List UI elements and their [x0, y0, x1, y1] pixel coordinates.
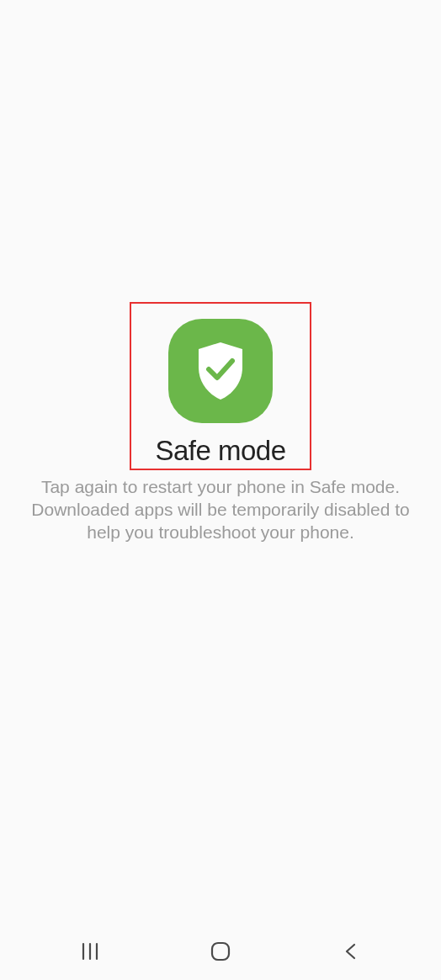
safe-mode-description: Tap again to restart your phone in Safe …: [0, 470, 441, 544]
safe-mode-screen: Safe mode Tap again to restart your phon…: [0, 0, 441, 930]
navigation-bar: [0, 930, 441, 980]
back-button[interactable]: [326, 935, 376, 968]
safe-mode-button[interactable]: Safe mode: [130, 302, 311, 470]
recent-apps-button[interactable]: [65, 935, 115, 968]
shield-check-icon: [168, 319, 273, 423]
home-button[interactable]: [195, 935, 246, 968]
svg-rect-3: [212, 943, 229, 960]
safe-mode-title: Safe mode: [155, 435, 285, 467]
